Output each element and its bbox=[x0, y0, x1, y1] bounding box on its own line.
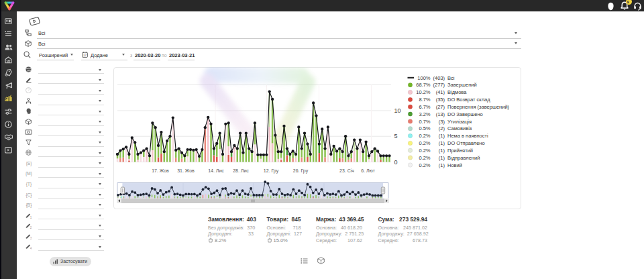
svg-text:23. Січ: 23. Січ bbox=[339, 168, 354, 173]
svg-text:(41): (41) bbox=[436, 89, 445, 95]
svg-text:17. Жов: 17. Жов bbox=[152, 168, 169, 173]
svg-text:10: 10 bbox=[394, 107, 401, 114]
svg-text:28. Лис: 28. Лис bbox=[233, 168, 249, 173]
svg-text:Самовивіз: Самовивіз bbox=[447, 125, 472, 131]
svg-text:1: 1 bbox=[30, 215, 32, 218]
svg-text:(27): (27) bbox=[436, 104, 445, 110]
svg-text:(1): (1) bbox=[439, 155, 445, 161]
svg-text:0.5%: 0.5% bbox=[419, 125, 430, 131]
svg-text:100%: 100% bbox=[417, 75, 431, 81]
svg-text:0: 0 bbox=[394, 159, 398, 166]
svg-text:Всі: Всі bbox=[447, 75, 455, 81]
svg-text:0.7%: 0.7% bbox=[419, 119, 430, 125]
svg-text:6. Лют: 6. Лют bbox=[361, 168, 375, 173]
svg-text:17: 17 bbox=[83, 54, 87, 57]
svg-text:(403): (403) bbox=[433, 75, 445, 81]
svg-text:8.7%: 8.7% bbox=[419, 97, 430, 103]
svg-text:(1): (1) bbox=[439, 140, 445, 146]
svg-text:Завершений: Завершений bbox=[447, 82, 477, 88]
svg-text:Прийнятий: Прийнятий bbox=[447, 148, 473, 154]
svg-text:Нема в наявності: Нема в наявності bbox=[447, 133, 488, 139]
svg-text:3: 3 bbox=[30, 236, 32, 239]
svg-text:6.7%: 6.7% bbox=[419, 104, 430, 110]
svg-text:14. Лис: 14. Лис bbox=[208, 168, 224, 173]
svg-text:10.2%: 10.2% bbox=[416, 89, 431, 95]
svg-text:Відправлений: Відправлений bbox=[447, 155, 480, 161]
svg-text:12. Гру: 12. Гру bbox=[264, 168, 279, 174]
svg-text:0.2%: 0.2% bbox=[419, 148, 430, 154]
svg-text:31. Жов: 31. Жов bbox=[177, 168, 195, 173]
svg-text:?: ? bbox=[28, 89, 30, 93]
svg-text:(1): (1) bbox=[439, 133, 445, 139]
svg-text:2: 2 bbox=[30, 226, 32, 229]
svg-text:3.2%: 3.2% bbox=[419, 111, 430, 117]
svg-text:0.2%: 0.2% bbox=[419, 162, 430, 168]
svg-text:(277): (277) bbox=[433, 82, 445, 88]
svg-text:DO Завершено: DO Завершено bbox=[447, 111, 483, 117]
svg-text:Новий: Новий bbox=[447, 162, 462, 168]
svg-text:4: 4 bbox=[30, 247, 32, 249]
svg-text:DO Возврат склад: DO Возврат склад bbox=[447, 97, 490, 103]
svg-text:0.2%: 0.2% bbox=[419, 133, 430, 139]
svg-text:Повернення (завершений): Повернення (завершений) bbox=[447, 104, 510, 110]
svg-text:Утилізація: Утилізація bbox=[447, 119, 472, 125]
svg-text:0.2%: 0.2% bbox=[419, 140, 430, 146]
svg-text:26. Гру: 26. Гру bbox=[293, 168, 309, 174]
svg-text:(13): (13) bbox=[436, 111, 445, 117]
svg-text:(1): (1) bbox=[439, 162, 445, 168]
svg-text:(2): (2) bbox=[439, 125, 445, 131]
svg-text:5: 5 bbox=[394, 133, 398, 140]
svg-text:(3): (3) bbox=[439, 119, 445, 125]
svg-text:0.2%: 0.2% bbox=[419, 155, 430, 161]
svg-text:(35): (35) bbox=[436, 97, 445, 103]
svg-text:(1): (1) bbox=[439, 148, 445, 154]
svg-text:68.7%: 68.7% bbox=[416, 82, 431, 88]
svg-text:Відмова: Відмова bbox=[447, 89, 467, 95]
svg-text:DO Отправлено: DO Отправлено bbox=[447, 140, 485, 146]
